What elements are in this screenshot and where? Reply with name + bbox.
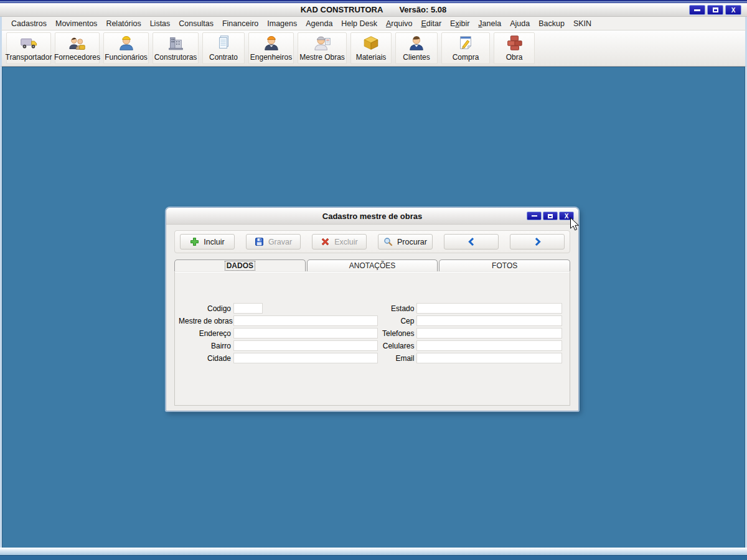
dialog-body: Incluir Gravar bbox=[166, 225, 578, 406]
toolbar-button-funcionarios[interactable]: Funcionários bbox=[103, 32, 149, 64]
main-titlebar: KAD CONSTRUTORA Versão: 5.08 X bbox=[0, 3, 747, 17]
chevron-right-icon bbox=[533, 237, 542, 246]
next-record-button[interactable] bbox=[510, 234, 565, 250]
procurar-button[interactable]: Procurar bbox=[378, 234, 433, 250]
form-row-bairro: Bairro bbox=[179, 340, 378, 351]
chevron-left-icon bbox=[467, 237, 476, 246]
email-label: Email bbox=[378, 354, 416, 363]
codigo-label: Codigo bbox=[179, 304, 233, 313]
toolbar-button-compra[interactable]: Compra bbox=[441, 32, 490, 64]
form-row-codigo: Codigo bbox=[179, 303, 378, 314]
codigo-input[interactable] bbox=[233, 303, 263, 314]
cadastro-mestre-obras-dialog: Cadastro mestre de obras X bbox=[166, 207, 579, 411]
menu-item-movimentos[interactable]: Movimentos bbox=[51, 17, 101, 30]
form-row-estado: Estado bbox=[378, 303, 562, 314]
window-frame-bottom bbox=[0, 555, 747, 560]
application-window: KAD CONSTRUTORA Versão: 5.08 X Cadastros… bbox=[0, 0, 747, 560]
tab-dados[interactable]: DADOS bbox=[174, 259, 306, 271]
cidade-label: Cidade bbox=[179, 354, 233, 363]
menu-item-cadastros[interactable]: Cadastros bbox=[7, 17, 51, 30]
tab-fotos[interactable]: FOTOS bbox=[439, 259, 570, 271]
engineer-icon bbox=[262, 34, 281, 52]
incluir-label: Incluir bbox=[204, 238, 224, 246]
toolbar-label: Transportador bbox=[6, 53, 52, 62]
save-icon bbox=[255, 237, 264, 246]
telefones-input[interactable] bbox=[416, 328, 562, 338]
plus-icon bbox=[190, 237, 199, 246]
form-row-celulares: Celulares bbox=[378, 340, 562, 351]
menu-item-financeiro[interactable]: Financeiro bbox=[218, 17, 263, 30]
form-row-cep: Cep bbox=[378, 315, 562, 326]
mdi-client-area: Cadastro mestre de obras X bbox=[0, 67, 747, 548]
celulares-input[interactable] bbox=[416, 340, 562, 351]
menu-item-helpdesk[interactable]: Help Desk bbox=[337, 17, 382, 30]
toolbar-label: Clientes bbox=[403, 53, 430, 62]
truck-icon bbox=[19, 34, 38, 52]
app-version: Versão: 5.08 bbox=[399, 5, 446, 14]
minimize-button[interactable] bbox=[689, 5, 705, 15]
menu-item-editar[interactable]: Editar bbox=[416, 17, 446, 30]
form-row-email: Email bbox=[378, 353, 562, 363]
excluir-button[interactable]: Excluir bbox=[312, 234, 367, 250]
cidade-input[interactable] bbox=[233, 353, 378, 363]
window-frame-bottom-highlight bbox=[0, 548, 747, 555]
toolbar-button-contrato[interactable]: Contrato bbox=[202, 32, 245, 64]
tab-anotacoes[interactable]: ANOTAÇÕES bbox=[307, 259, 438, 271]
toolbar-label: Materiais bbox=[356, 53, 387, 62]
menu-item-consultas[interactable]: Consultas bbox=[174, 17, 218, 30]
endereco-input[interactable] bbox=[233, 328, 378, 338]
menu-item-janela[interactable]: Janela bbox=[474, 17, 505, 30]
toolbar-label: Mestre Obras bbox=[299, 53, 345, 62]
cep-input[interactable] bbox=[416, 315, 562, 326]
toolbar-button-engenheiros[interactable]: Engenheiros bbox=[248, 32, 294, 64]
toolbar-button-materiais[interactable]: Materiais bbox=[350, 32, 392, 64]
toolbar-button-construtoras[interactable]: Construtoras bbox=[153, 32, 199, 64]
menu-item-backup[interactable]: Backup bbox=[534, 17, 569, 30]
menu-item-skin[interactable]: SKIN bbox=[569, 17, 596, 30]
dialog-title: Cadastro mestre de obras bbox=[322, 212, 422, 221]
dialog-titlebar[interactable]: Cadastro mestre de obras X bbox=[166, 208, 578, 225]
gravar-button[interactable]: Gravar bbox=[246, 234, 301, 250]
dialog-maximize-button[interactable] bbox=[543, 212, 558, 220]
toolbar-label: Compra bbox=[453, 53, 479, 62]
maximize-button[interactable] bbox=[707, 5, 723, 15]
toolbar-button-clientes[interactable]: Clientes bbox=[395, 32, 438, 64]
dialog-minimize-button[interactable] bbox=[527, 212, 542, 220]
materials-box-icon bbox=[362, 34, 380, 52]
toolbar-button-fornecedores[interactable]: Fornecedores bbox=[55, 32, 100, 64]
menu-item-agenda[interactable]: Agenda bbox=[301, 17, 337, 30]
menu-item-ajuda[interactable]: Ajuda bbox=[505, 17, 534, 30]
menu-item-exibir[interactable]: Exibir bbox=[446, 17, 474, 30]
bricks-icon bbox=[505, 34, 524, 52]
maximize-icon bbox=[548, 214, 553, 218]
incluir-button[interactable]: Incluir bbox=[180, 234, 235, 250]
form-row-endereco: Endereço bbox=[179, 328, 378, 338]
mestre-de-obras-input[interactable] bbox=[233, 315, 378, 326]
toolbar-button-obra[interactable]: Obra bbox=[494, 32, 535, 64]
delete-x-icon bbox=[321, 237, 330, 246]
toolbar-label: Construtoras bbox=[154, 53, 197, 62]
form-left-column: Codigo Mestre de obras Endereço bbox=[179, 303, 378, 365]
menu-item-imagens[interactable]: Imagens bbox=[263, 17, 301, 30]
bairro-input[interactable] bbox=[233, 340, 378, 351]
form-right-column: Estado Cep Telefones bbox=[378, 303, 562, 365]
foreman-icon bbox=[313, 34, 332, 52]
toolbar-button-mestre-obras[interactable]: Mestre Obras bbox=[298, 32, 347, 64]
menu-item-relatorios[interactable]: Relatórios bbox=[101, 17, 145, 30]
form-row-cidade: Cidade bbox=[179, 353, 378, 363]
telefones-label: Telefones bbox=[378, 329, 416, 338]
toolbar-label: Obra bbox=[506, 53, 523, 62]
email-input[interactable] bbox=[416, 353, 562, 363]
form-fields: Codigo Mestre de obras Endereço bbox=[175, 272, 570, 365]
previous-record-button[interactable] bbox=[444, 234, 499, 250]
menu-item-arquivo[interactable]: Arquivo bbox=[382, 17, 416, 30]
app-title: KAD CONSTRUTORA bbox=[301, 5, 383, 14]
menu-item-listas[interactable]: Listas bbox=[146, 17, 175, 30]
worker-icon bbox=[117, 34, 136, 52]
form-row-telefones: Telefones bbox=[378, 328, 562, 338]
gravar-label: Gravar bbox=[268, 238, 292, 246]
close-button[interactable]: X bbox=[725, 5, 741, 15]
estado-input[interactable] bbox=[416, 303, 562, 314]
toolbar-button-transportador[interactable]: Transportador bbox=[6, 32, 51, 64]
toolbar-label: Funcionários bbox=[105, 53, 148, 62]
